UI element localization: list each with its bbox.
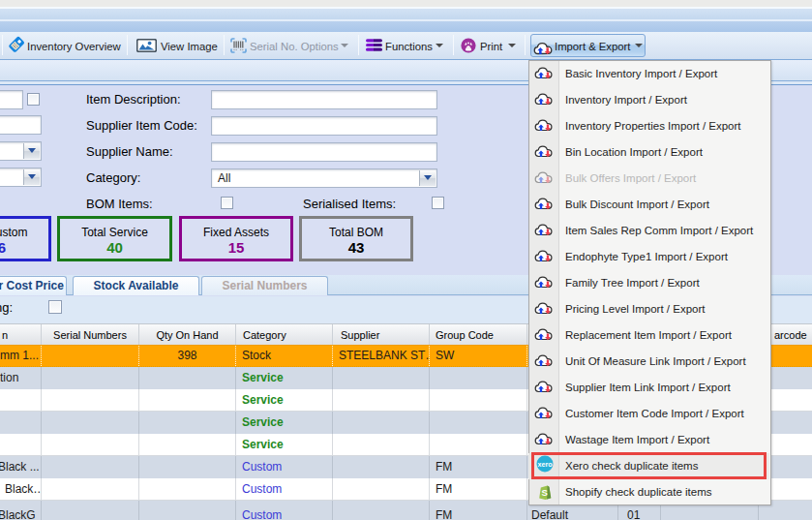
- svg-text:S: S: [541, 487, 547, 498]
